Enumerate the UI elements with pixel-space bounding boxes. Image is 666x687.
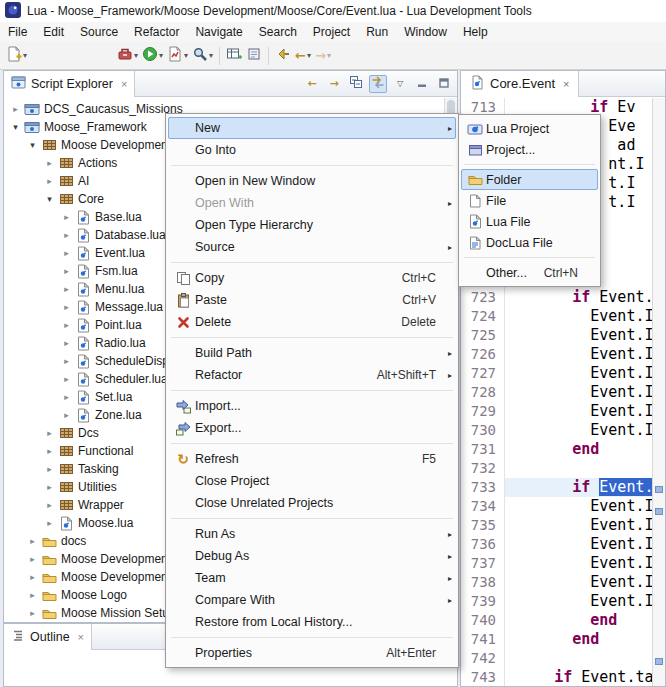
expander-closed-icon[interactable]: ▸ bbox=[42, 176, 57, 186]
line-number[interactable]: 739 bbox=[461, 592, 505, 611]
link-editor-button[interactable] bbox=[369, 75, 387, 93]
menu-item-restore-from-local-history-[interactable]: Restore from Local History...▸ bbox=[168, 611, 456, 633]
line-number[interactable]: 740 bbox=[461, 611, 505, 630]
code-line-text[interactable] bbox=[505, 649, 652, 668]
nav-forward-button[interactable]: → bbox=[325, 75, 343, 93]
toolbar-new-table-button[interactable] bbox=[224, 45, 244, 67]
menubar-item-help[interactable]: Help bbox=[455, 23, 496, 41]
toolbar-forward-button[interactable]: →▾ bbox=[313, 45, 333, 67]
line-number[interactable]: 734 bbox=[461, 497, 505, 516]
expander-closed-icon[interactable]: ▸ bbox=[59, 392, 74, 402]
line-number[interactable]: 732 bbox=[461, 459, 505, 478]
dropdown-caret-icon[interactable]: ▾ bbox=[327, 51, 331, 60]
expander-closed-icon[interactable]: ▸ bbox=[59, 410, 74, 420]
menu-item-team[interactable]: Team▸ bbox=[168, 567, 456, 589]
toolbar-new-wizard-button[interactable]: ▾ bbox=[4, 45, 29, 67]
line-number[interactable]: 724 bbox=[461, 307, 505, 326]
code-line-text[interactable] bbox=[505, 459, 652, 478]
code-line[interactable]: 739 Event.I bbox=[461, 592, 652, 611]
code-line[interactable]: 729 Event.I bbox=[461, 402, 652, 421]
code-line-text[interactable]: Event.I bbox=[505, 497, 652, 516]
code-line-text[interactable]: Event.I bbox=[505, 421, 652, 440]
expander-closed-icon[interactable]: ▸ bbox=[25, 608, 40, 618]
code-line[interactable]: 731 end bbox=[461, 440, 652, 459]
menu-item-file[interactable]: File▸ bbox=[461, 190, 598, 211]
code-line-text[interactable]: Event.I bbox=[505, 516, 652, 535]
overview-mark[interactable] bbox=[655, 658, 663, 665]
expander-closed-icon[interactable]: ▸ bbox=[59, 302, 74, 312]
dropdown-caret-icon[interactable]: ▾ bbox=[159, 51, 163, 60]
collapse-all-button[interactable] bbox=[347, 75, 365, 93]
menu-item-run-as[interactable]: Run As▸ bbox=[168, 523, 456, 545]
menubar-item-run[interactable]: Run bbox=[358, 23, 396, 41]
menu-item-compare-with[interactable]: Compare With▸ bbox=[168, 589, 456, 611]
code-line-text[interactable]: Event.I bbox=[505, 535, 652, 554]
menu-item-close-unrelated-projects[interactable]: Close Unrelated Projects▸ bbox=[168, 492, 456, 514]
dropdown-caret-icon[interactable]: ▾ bbox=[307, 51, 311, 60]
minimize-button[interactable] bbox=[413, 75, 431, 93]
line-number[interactable]: 735 bbox=[461, 516, 505, 535]
line-number[interactable]: 730 bbox=[461, 421, 505, 440]
menu-item-refactor[interactable]: RefactorAlt+Shift+T▸ bbox=[168, 364, 456, 386]
line-number[interactable]: 725 bbox=[461, 326, 505, 345]
menubar-item-edit[interactable]: Edit bbox=[35, 23, 72, 41]
line-number[interactable]: 733 bbox=[461, 478, 505, 497]
code-line-text[interactable]: Event.I bbox=[505, 307, 652, 326]
menu-item-refresh[interactable]: ↻RefreshF5▸ bbox=[168, 448, 456, 470]
view-menu-button[interactable]: ▽ bbox=[391, 75, 409, 93]
code-line-text[interactable]: Event.I bbox=[505, 402, 652, 421]
code-line-text[interactable]: if Event. bbox=[505, 478, 652, 497]
menu-item-build-path[interactable]: Build Path▸ bbox=[168, 342, 456, 364]
dropdown-caret-icon[interactable]: ▾ bbox=[209, 51, 213, 60]
line-number[interactable]: 728 bbox=[461, 383, 505, 402]
toolbar-search-button[interactable]: ▾ bbox=[190, 45, 215, 67]
code-line-text[interactable]: end bbox=[505, 630, 652, 649]
expander-closed-icon[interactable]: ▸ bbox=[59, 356, 74, 366]
toolbar-run-button[interactable]: ▾ bbox=[140, 45, 165, 67]
line-number[interactable]: 727 bbox=[461, 364, 505, 383]
menu-item-lua-file[interactable]: Lua File▸ bbox=[461, 211, 598, 232]
code-line[interactable]: 734 Event.I bbox=[461, 497, 652, 516]
code-line-text[interactable]: Event.I bbox=[505, 383, 652, 402]
code-line-text[interactable]: end bbox=[505, 440, 652, 459]
menu-item-lua-project[interactable]: Lua Project▸ bbox=[461, 118, 598, 139]
expander-closed-icon[interactable]: ▸ bbox=[8, 104, 23, 114]
toolbar-open-element-button[interactable] bbox=[244, 45, 264, 67]
code-line[interactable]: 733 if Event. bbox=[461, 478, 652, 497]
code-line-text[interactable]: Event.I bbox=[505, 364, 652, 383]
code-line-text[interactable]: if Event. bbox=[505, 288, 652, 307]
menubar-item-project[interactable]: Project bbox=[305, 23, 358, 41]
menu-item-close-project[interactable]: Close Project▸ bbox=[168, 470, 456, 492]
code-line-text[interactable]: Event.I bbox=[505, 326, 652, 345]
tab-outline[interactable]: Outline × bbox=[4, 624, 92, 650]
close-icon[interactable]: × bbox=[78, 631, 84, 643]
overview-mark[interactable] bbox=[655, 486, 663, 493]
menu-item-folder[interactable]: Folder▸ bbox=[461, 169, 598, 190]
expander-closed-icon[interactable]: ▸ bbox=[25, 590, 40, 600]
line-number[interactable]: 743 bbox=[461, 668, 505, 686]
toolbar-profile-button[interactable]: ▾ bbox=[165, 45, 190, 67]
expander-closed-icon[interactable]: ▸ bbox=[59, 284, 74, 294]
expander-closed-icon[interactable]: ▸ bbox=[59, 374, 74, 384]
code-line[interactable]: 740 end bbox=[461, 611, 652, 630]
menu-item-open-type-hierarchy[interactable]: Open Type Hierarchy▸ bbox=[168, 214, 456, 236]
menu-item-source[interactable]: Source▸ bbox=[168, 236, 456, 258]
expander-closed-icon[interactable]: ▸ bbox=[42, 428, 57, 438]
expander-closed-icon[interactable]: ▸ bbox=[42, 482, 57, 492]
expander-closed-icon[interactable]: ▸ bbox=[42, 500, 57, 510]
code-line[interactable]: 730 Event.I bbox=[461, 421, 652, 440]
menubar-item-window[interactable]: Window bbox=[396, 23, 455, 41]
code-line[interactable]: 743 if Event.ta bbox=[461, 668, 652, 686]
menubar-item-refactor[interactable]: Refactor bbox=[126, 23, 187, 41]
code-line[interactable]: 742 bbox=[461, 649, 652, 668]
close-icon[interactable]: × bbox=[563, 78, 569, 90]
line-number[interactable]: 726 bbox=[461, 345, 505, 364]
code-line-text[interactable]: Event.I bbox=[505, 345, 652, 364]
maximize-button[interactable] bbox=[435, 75, 453, 93]
menubar-item-search[interactable]: Search bbox=[251, 23, 305, 41]
menubar-item-navigate[interactable]: Navigate bbox=[187, 23, 250, 41]
dropdown-caret-icon[interactable]: ▾ bbox=[23, 51, 27, 60]
expander-closed-icon[interactable]: ▸ bbox=[59, 230, 74, 240]
expander-closed-icon[interactable]: ▸ bbox=[42, 446, 57, 456]
toolbar-last-edit-button[interactable] bbox=[273, 45, 293, 67]
